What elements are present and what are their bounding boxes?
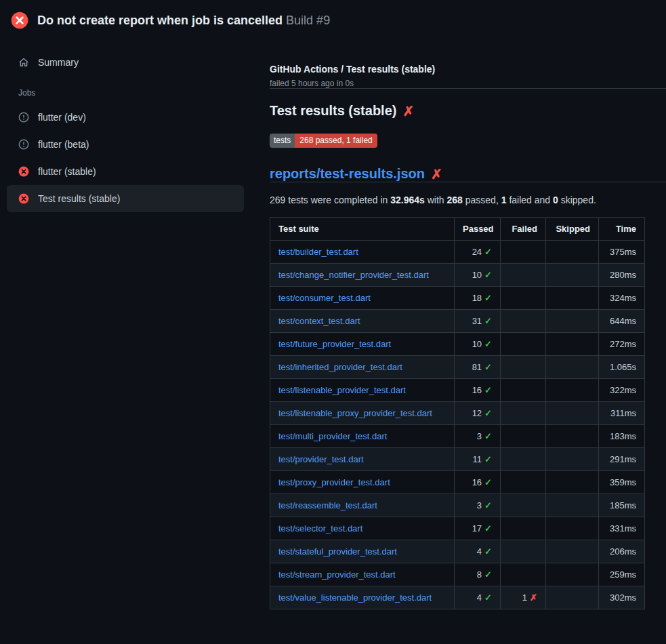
passed-cell: 17✓ [455,517,501,540]
time-cell: 311ms [599,402,645,425]
test-suite-link[interactable]: test/proxy_provider_test.dart [278,477,390,487]
table-row: test/multi_provider_test.dart3✓183ms [270,425,645,448]
divider [270,88,666,89]
failed-cell [501,563,546,586]
passed-cell: 81✓ [455,356,501,379]
failed-cell [501,448,546,471]
test-suite-link[interactable]: test/reassemble_test.dart [278,500,377,510]
failed-status-icon [18,166,29,177]
sidebar-item-flutter-stable[interactable]: flutter (stable) [7,158,244,185]
passed-cell: 4✓ [455,586,501,609]
summary-line: 269 tests were completed in 32.964s with… [270,195,666,205]
passed-cell: 4✓ [455,540,501,563]
skipped-cell [546,563,599,586]
page-title: Do not create report when job is cancell… [37,14,330,28]
time-cell: 331ms [599,517,645,540]
summary-text: 269 tests were completed in [270,195,390,205]
table-row: test/value_listenable_provider_test.dart… [270,586,645,609]
skipped-cell [546,310,599,333]
passed-count: 81 [472,362,482,372]
time-cell: 183ms [599,425,645,448]
passed-cell: 16✓ [455,471,501,494]
skipped-cell [546,287,599,310]
test-suite-link[interactable]: test/context_test.dart [278,316,360,326]
test-suite-link[interactable]: test/stream_provider_test.dart [278,569,396,580]
passed-count: 11 [473,454,482,464]
sidebar-item-flutter-beta[interactable]: flutter (beta) [7,131,244,158]
test-suite-link[interactable]: test/listenable_provider_test.dart [278,385,406,395]
suite-cell: test/reassemble_test.dart [270,494,455,517]
time-cell: 302ms [599,586,645,609]
passed-count: 17 [472,523,482,534]
passed-cell: 31✓ [455,310,501,333]
column-header-time: Time [599,218,645,241]
suite-cell: test/change_notifier_provider_test.dart [270,264,455,287]
failed-cell [501,333,546,356]
neutral-status-icon [18,139,29,150]
badge-label: tests [270,134,295,148]
failed-cell [501,494,546,517]
table-row: test/reassemble_test.dart3✓185ms [270,494,645,517]
check-icon: ✓ [484,362,492,372]
sidebar-item-label: flutter (stable) [38,166,96,177]
column-header-skipped: Skipped [546,218,599,241]
jobs-section-label: Jobs [7,76,244,104]
passed-cell: 24✓ [455,241,501,264]
test-suite-link[interactable]: test/change_notifier_provider_test.dart [278,270,429,280]
failed-cell [501,540,546,563]
time-cell: 206ms [599,540,645,563]
check-icon: ✓ [484,247,492,257]
passed-cell: 3✓ [455,425,501,448]
time-cell: 324ms [599,287,645,310]
skipped-cell [546,402,599,425]
check-icon: ✓ [484,592,492,603]
skipped-cell [546,264,599,287]
suite-cell: test/stream_provider_test.dart [270,563,455,586]
sidebar-item-label: Summary [38,57,79,68]
failed-cell [501,517,546,540]
test-suite-link[interactable]: test/stateful_provider_test.dart [278,546,397,557]
summary-text: failed and [507,195,554,205]
test-suite-link[interactable]: test/provider_test.dart [278,454,364,464]
report-file-link[interactable]: reports/test-results.json [270,166,425,182]
test-suite-link[interactable]: test/future_provider_test.dart [278,339,391,349]
failed-cell [501,425,546,448]
passed-count: 4 [477,592,482,603]
layout: Summary Jobs flutter (dev) flutter (beta… [0,37,666,609]
suite-cell: test/builder_test.dart [270,241,455,264]
table-header-row: Test suite Passed Failed Skipped Time [270,218,645,241]
run-meta: failed 5 hours ago in 0s [270,79,666,88]
test-suite-link[interactable]: test/listenable_proxy_provider_test.dart [278,408,432,418]
failed-cell [501,310,546,333]
sidebar-item-summary[interactable]: Summary [7,49,244,76]
skipped-cell [546,241,599,264]
table-row: test/change_notifier_provider_test.dart1… [270,264,645,287]
build-number: Build #9 [286,14,330,27]
build-failed-icon [11,12,28,29]
test-suite-link[interactable]: test/consumer_test.dart [278,293,371,303]
test-suite-link[interactable]: test/value_listenable_provider_test.dart [278,592,432,603]
table-row: test/builder_test.dart24✓375ms [270,241,645,264]
test-suite-link[interactable]: test/selector_test.dart [278,523,362,534]
suite-cell: test/listenable_provider_test.dart [270,379,455,402]
check-icon: ✓ [484,385,492,395]
test-suite-link[interactable]: test/builder_test.dart [278,247,358,257]
sidebar-item-flutter-dev[interactable]: flutter (dev) [7,104,244,131]
suite-cell: test/inherited_provider_test.dart [270,356,455,379]
check-icon: ✓ [484,270,492,280]
test-suite-link[interactable]: test/inherited_provider_test.dart [278,362,402,372]
time-cell: 291ms [599,448,645,471]
passed-count: 16 [472,477,482,487]
check-icon: ✓ [484,477,492,487]
failed-cell [501,471,546,494]
test-suite-link[interactable]: test/multi_provider_test.dart [278,431,387,441]
passed-count: 16 [472,385,482,395]
check-icon: ✓ [484,546,492,557]
passed-count: 24 [472,247,482,257]
sidebar-item-test-results-stable[interactable]: Test results (stable) [7,185,244,212]
time-cell: 272ms [599,333,645,356]
table-row: test/proxy_provider_test.dart16✓359ms [270,471,645,494]
suite-cell: test/multi_provider_test.dart [270,425,455,448]
suite-cell: test/provider_test.dart [270,448,455,471]
skipped-cell [546,356,599,379]
